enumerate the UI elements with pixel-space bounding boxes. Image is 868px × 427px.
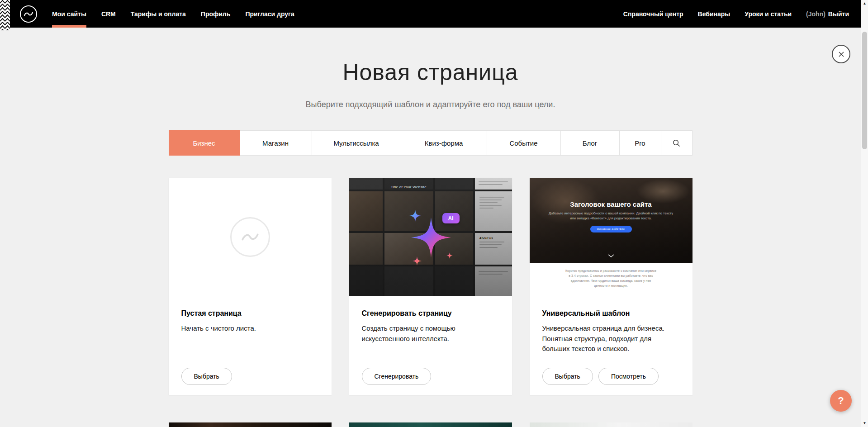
card-description: Универсальная страница для бизнеса. Поня… [542,323,680,354]
card-actions: Выбрать Посмотреть [542,368,680,385]
card-actions: Сгенерировать [362,368,499,385]
scrollbar-up-arrow[interactable]: ▲ [861,0,868,7]
tab-multilink[interactable]: Мультиссылка [312,130,401,156]
nav-help-center[interactable]: Справочный центр [623,0,683,28]
nav-profile[interactable]: Профиль [201,0,231,28]
ai-badge: AI [442,213,460,223]
hero-content: Заголовок вашего сайта Добавьте интересн… [530,178,693,232]
template-thumbnail[interactable] [349,422,512,427]
ai-sparkle-icon [349,178,512,296]
tab-search[interactable] [661,130,693,156]
page-subtitle: Выберите подходящий шаблон и адаптируйте… [0,100,861,109]
nav-crm[interactable]: CRM [101,0,116,28]
tilda-logo[interactable] [20,5,37,23]
tab-shop[interactable]: Магазин [240,130,312,156]
next-template-row [169,422,693,427]
universal-template-preview[interactable]: Заголовок вашего сайта Добавьте интересн… [530,178,693,296]
tab-blog[interactable]: Блог [561,130,620,156]
card-blank-page[interactable]: Пустая страница Начать с чистого листа. … [169,178,332,395]
template-thumbnail[interactable] [169,422,332,427]
card-universal-template[interactable]: Заголовок вашего сайта Добавьте интересн… [530,178,693,395]
scrollbar-thumb[interactable] [862,32,867,149]
main-nav: Мои сайты CRM Тарифы и оплата Профиль Пр… [52,0,294,28]
scrollbar-down-arrow[interactable]: ▼ [861,420,868,427]
template-thumbnail[interactable] [530,422,693,427]
help-button[interactable]: ? [830,390,852,412]
search-icon [672,139,681,147]
nav-lessons[interactable]: Уроки и статьи [745,0,792,28]
hero-text: Добавьте интересные подробности о вашей … [547,211,674,221]
close-button[interactable] [832,45,850,63]
card-ai-generate[interactable]: About us Title of Your Website [349,178,512,395]
hero-title: Заголовок вашего сайта [530,178,693,208]
zigzag-pattern [0,0,10,30]
card-title: Сгенерировать страницу [362,309,499,318]
page-title: Новая страница [0,59,861,85]
tilda-watermark-icon [230,217,270,257]
tilde-icon [24,11,33,17]
blank-page-preview[interactable] [169,178,332,296]
tab-business[interactable]: Бизнес [169,130,240,156]
tab-event[interactable]: Событие [487,130,561,156]
template-grid: Пустая страница Начать с чистого листа. … [169,178,693,395]
user-name: (John) [806,10,825,18]
card-actions: Выбрать [181,368,319,385]
new-page-modal: Новая страница Выберите подходящий шабло… [0,28,861,427]
logout-link[interactable]: Выйти [828,10,849,18]
card-title: Пустая страница [181,309,319,318]
close-icon [838,51,845,58]
template-body-text: Коротко представьтесь и расскажите о ком… [565,269,657,288]
top-navigation-bar: Мои сайты CRM Тарифы и оплата Профиль Пр… [0,0,861,28]
choose-button[interactable]: Выбрать [542,368,593,385]
tab-pro[interactable]: Pro [620,130,661,156]
user-logout[interactable]: (John) Выйти [806,10,849,18]
nav-invite-friend[interactable]: Пригласи друга [245,0,294,28]
nav-webinars[interactable]: Вебинары [698,0,730,28]
nav-tariffs[interactable]: Тарифы и оплата [131,0,186,28]
card-body: Сгенерировать страницу Создать страницу … [349,296,512,395]
template-category-tabs: Бизнес Магазин Мультиссылка Квиз-форма С… [169,130,693,156]
card-description: Начать с чистого листа. [181,323,319,334]
chevron-down-icon [530,251,693,260]
template-hero: Заголовок вашего сайта Добавьте интересн… [530,178,693,263]
choose-button[interactable]: Выбрать [181,368,232,385]
secondary-nav: Справочный центр Вебинары Уроки и статьи… [623,0,861,28]
preview-button[interactable]: Посмотреть [598,368,659,385]
generate-button[interactable]: Сгенерировать [362,368,432,385]
card-title: Универсальный шаблон [542,309,680,318]
card-body: Пустая страница Начать с чистого листа. … [169,296,332,395]
hero-action-button: Основное действие [590,226,632,232]
scrollbar[interactable]: ▲ ▼ [861,0,868,427]
tab-quiz-form[interactable]: Квиз-форма [401,130,487,156]
nav-my-sites[interactable]: Мои сайты [52,0,86,28]
template-body-section: Коротко представьтесь и расскажите о ком… [530,263,693,296]
card-description: Создать страницу с помощью искусственног… [362,323,499,344]
card-body: Универсальный шаблон Универсальная стран… [530,296,693,395]
ai-generate-preview[interactable]: About us Title of Your Website [349,178,512,296]
